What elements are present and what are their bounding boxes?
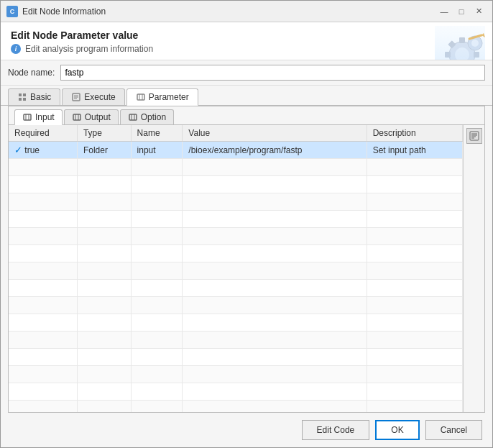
app-icon: C xyxy=(6,6,18,17)
cell-description: Set input path xyxy=(367,142,462,159)
col-required: Required xyxy=(9,125,77,142)
close-button[interactable]: ✕ xyxy=(471,4,487,19)
cell-value: /bioex/example/program/fastp xyxy=(183,142,367,159)
cell-required: ✓ true xyxy=(9,142,77,159)
option-subtab-icon xyxy=(128,112,138,122)
output-subtab-icon xyxy=(72,112,82,122)
content-area: Input Output xyxy=(8,106,485,413)
table-row-empty xyxy=(9,383,463,401)
subtab-input[interactable]: Input xyxy=(14,109,63,125)
main-window: C Edit Node Information — □ ✕ Edit Node … xyxy=(0,0,493,448)
subtab-output-label: Output xyxy=(85,112,111,122)
footer: Edit Code OK Cancel xyxy=(1,413,492,447)
svg-rect-17 xyxy=(19,93,22,96)
edit-column-button[interactable] xyxy=(466,128,482,144)
col-value: Value xyxy=(183,125,367,142)
col-type: Type xyxy=(77,125,131,142)
cancel-button[interactable]: Cancel xyxy=(425,420,482,440)
node-name-input[interactable] xyxy=(60,65,485,81)
header-section: Edit Node Parameter value i Edit analysi… xyxy=(1,22,492,60)
table-row-empty xyxy=(9,211,463,228)
svg-rect-16 xyxy=(435,26,485,60)
svg-rect-20 xyxy=(23,98,26,101)
header-title: Edit Node Parameter value xyxy=(11,29,482,41)
titlebar-left: C Edit Node Information xyxy=(6,6,106,17)
maximize-button[interactable]: □ xyxy=(453,4,469,19)
table-row-empty xyxy=(9,366,463,383)
table-wrapper: Required Type Name Value Description ✓ t… xyxy=(9,125,484,412)
titlebar-controls: — □ ✕ xyxy=(436,4,487,19)
basic-tab-icon xyxy=(17,92,27,102)
header-subtitle: i Edit analysis program information xyxy=(11,44,482,54)
svg-rect-25 xyxy=(137,94,144,100)
tab-basic-label: Basic xyxy=(30,92,51,102)
subtab-output[interactable]: Output xyxy=(64,109,119,124)
gear-decoration xyxy=(435,26,485,60)
svg-text:C: C xyxy=(10,8,15,15)
svg-rect-18 xyxy=(23,93,26,96)
tab-execute-label: Execute xyxy=(84,92,115,102)
table-row-empty xyxy=(9,349,463,366)
table-row-empty xyxy=(9,401,463,413)
table-header-row: Required Type Name Value Description xyxy=(9,125,463,142)
ok-button[interactable]: OK xyxy=(375,420,419,440)
node-name-label: Node name: xyxy=(8,68,55,78)
cell-type: Folder xyxy=(77,142,131,159)
table-row-empty xyxy=(9,159,463,176)
table-row-empty xyxy=(9,297,463,314)
minimize-button[interactable]: — xyxy=(436,4,452,19)
input-subtab-icon xyxy=(22,112,32,122)
svg-rect-19 xyxy=(19,98,22,101)
execute-tab-icon xyxy=(71,92,81,102)
col-name: Name xyxy=(131,125,183,142)
tab-execute[interactable]: Execute xyxy=(62,88,124,105)
cell-name: input xyxy=(131,142,183,159)
tab-parameter-label: Parameter xyxy=(149,92,189,102)
subtab-option-label: Option xyxy=(141,112,166,122)
edit-column xyxy=(463,125,484,412)
table-row-empty xyxy=(9,193,463,211)
window-title: Edit Node Information xyxy=(22,6,106,17)
svg-rect-37 xyxy=(470,132,479,140)
table-row-empty xyxy=(9,228,463,245)
titlebar: C Edit Node Information — □ ✕ xyxy=(1,1,492,22)
info-icon: i xyxy=(11,44,21,54)
table-row-empty xyxy=(9,245,463,262)
check-icon: ✓ xyxy=(14,145,22,155)
subtab-option[interactable]: Option xyxy=(120,109,174,124)
parameter-tab-icon xyxy=(136,92,146,102)
data-table: Required Type Name Value Description ✓ t… xyxy=(9,125,463,412)
table-row-empty xyxy=(9,176,463,193)
table-row-empty xyxy=(9,280,463,297)
svg-rect-34 xyxy=(129,114,137,120)
table-container[interactable]: Required Type Name Value Description ✓ t… xyxy=(9,125,463,412)
subtab-input-label: Input xyxy=(35,112,55,122)
table-row-empty xyxy=(9,332,463,349)
svg-rect-31 xyxy=(73,114,80,120)
table-row[interactable]: ✓ true Folder input /bioex/example/progr… xyxy=(9,142,463,159)
table-row-empty xyxy=(9,314,463,332)
tab-parameter[interactable]: Parameter xyxy=(126,88,198,106)
table-row-empty xyxy=(9,262,463,280)
tab-basic[interactable]: Basic xyxy=(8,88,60,105)
col-description: Description xyxy=(367,125,462,142)
sub-tabs: Input Output xyxy=(9,106,484,125)
svg-rect-28 xyxy=(24,114,31,120)
header-subtitle-text: Edit analysis program information xyxy=(25,44,153,54)
main-tabs: Basic Execute Parameter xyxy=(1,86,492,106)
required-text: true xyxy=(24,145,40,155)
node-name-row: Node name: xyxy=(1,60,492,86)
edit-code-button[interactable]: Edit Code xyxy=(302,420,370,440)
